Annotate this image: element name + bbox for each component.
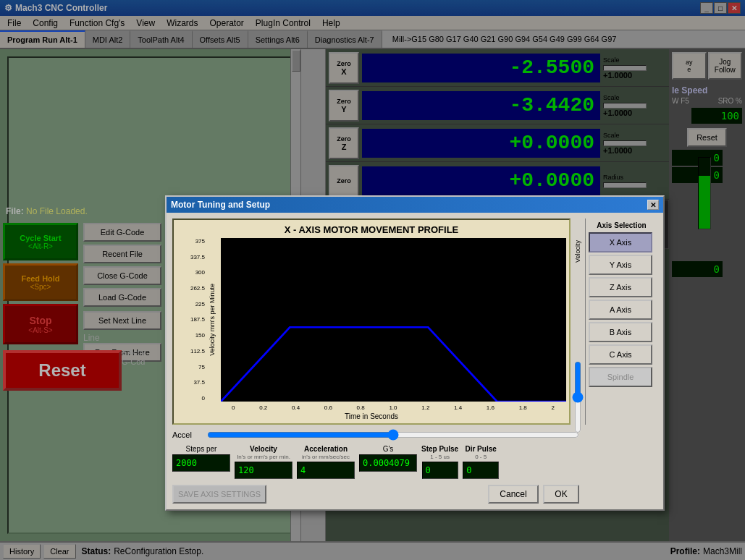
axis-y-button[interactable]: Y Axis (589, 255, 652, 275)
acceleration-input[interactable] (297, 462, 355, 479)
steps-per-label: Steps per (186, 445, 217, 453)
y-axis-label: Velocity mm's per Minute (209, 284, 216, 356)
save-axis-settings-button[interactable]: SAVE AXIS SETTINGS (172, 485, 266, 504)
velocity-input-sublabel: In's or mm's per min. (237, 454, 290, 460)
accel-slider[interactable] (207, 429, 579, 441)
velocity-slider-container: Velocity (571, 219, 585, 425)
y-axis-label-container: Velocity mm's per Minute (206, 237, 218, 403)
axis-b-button[interactable]: B Axis (589, 322, 652, 342)
steps-per-group: Steps per (172, 445, 230, 472)
axis-a-button[interactable]: A Axis (589, 300, 652, 320)
app-container: ⚙ Mach3 CNC Controller _ □ ✕ File Config… (0, 0, 745, 560)
cancel-button[interactable]: Cancel (488, 485, 539, 504)
acceleration-label: Acceleration (304, 445, 348, 453)
modal-title-text: Motor Tuning and Setup (171, 200, 270, 210)
gs-group: G's (359, 445, 417, 472)
step-pulse-sublabel: 1 - 5 us (430, 454, 450, 460)
axis-selection-panel: Axis Selection X Axis Y Axis Z Axis A Ax… (585, 219, 657, 425)
acceleration-group: Acceleration in's or mm/sec/sec (297, 445, 355, 479)
dialog-buttons-row: SAVE AXIS SETTINGS Cancel OK (172, 485, 657, 504)
step-pulse-input[interactable] (422, 462, 458, 479)
svg-rect-0 (221, 238, 566, 402)
step-pulse-group: Step Pulse 1 - 5 us (421, 445, 458, 479)
axis-z-button[interactable]: Z Axis (589, 277, 652, 297)
modal-title-bar: Motor Tuning and Setup ✕ (167, 197, 663, 213)
chart-title: X - AXIS MOTOR MOVEMENT PROFILE (174, 220, 569, 237)
accel-label: Accel (172, 430, 201, 439)
dir-pulse-group: Dir Pulse 0 - 5 (463, 445, 499, 479)
velocity-input-label: Velocity (250, 445, 277, 453)
modal-body: X - AXIS MOTOR MOVEMENT PROFILE 375 337.… (167, 213, 663, 509)
step-pulse-label: Step Pulse (421, 445, 458, 453)
dir-pulse-input[interactable] (463, 462, 499, 479)
modal-overlay: Motor Tuning and Setup ✕ X - AXIS MOTOR … (0, 0, 745, 560)
velocity-label: Velocity (574, 240, 581, 263)
steps-per-input[interactable] (172, 454, 230, 472)
axis-x-button[interactable]: X Axis (589, 232, 652, 253)
y-axis-labels: 375 337.5 300 262.5 225 187.5 150 112.5 … (174, 237, 206, 403)
axis-spindle-button[interactable]: Spindle (589, 367, 652, 387)
x-axis-label: Time in Seconds (174, 411, 569, 423)
chart-canvas (221, 238, 566, 402)
chart-container: 375 337.5 300 262.5 225 187.5 150 112.5 … (174, 237, 569, 403)
gs-input[interactable] (359, 454, 417, 472)
modal-close-button[interactable]: ✕ (647, 200, 659, 210)
inputs-row: Steps per Velocity In's or mm's per min.… (172, 445, 657, 479)
axis-c-button[interactable]: C Axis (589, 344, 652, 365)
chart-area: X - AXIS MOTOR MOVEMENT PROFILE 375 337.… (172, 219, 571, 425)
ok-button[interactable]: OK (543, 485, 579, 504)
velocity-input[interactable] (235, 462, 292, 479)
velocity-group: Velocity In's or mm's per min. (235, 445, 292, 479)
velocity-slider[interactable] (572, 361, 584, 433)
x-axis-labels: 0 0.2 0.4 0.6 0.8 1.0 1.2 1.4 1.6 1.8 2 (174, 403, 569, 411)
accel-row: Accel (172, 429, 657, 441)
axis-selection-label: Axis Selection (589, 221, 654, 229)
chart-svg (221, 238, 566, 402)
dir-pulse-label: Dir Pulse (465, 445, 496, 453)
dir-pulse-sublabel: 0 - 5 (475, 454, 487, 460)
chart-section: X - AXIS MOTOR MOVEMENT PROFILE 375 337.… (172, 219, 657, 425)
gs-label: G's (383, 445, 394, 453)
motor-tuning-dialog: Motor Tuning and Setup ✕ X - AXIS MOTOR … (165, 195, 665, 511)
acceleration-sublabel: in's or mm/sec/sec (302, 454, 350, 460)
